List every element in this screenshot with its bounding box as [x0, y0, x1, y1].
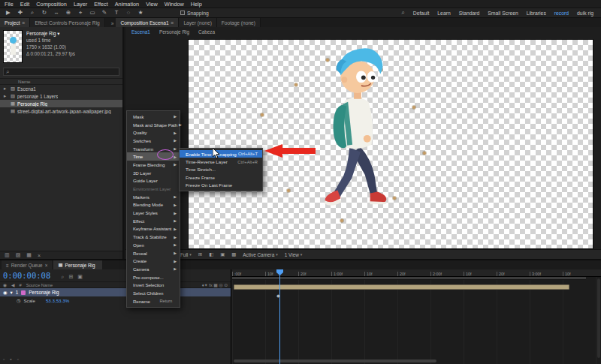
context-menu-item[interactable]: Open ▶	[127, 241, 180, 249]
menubar-item[interactable]: Composition	[36, 1, 67, 8]
property-name[interactable]: Scale	[23, 298, 35, 303]
project-column-header[interactable]: Name	[0, 78, 122, 85]
project-item-row[interactable]: ▦ Personaje Rig	[0, 100, 122, 107]
context-menu-item[interactable]: Effect ▶	[127, 217, 180, 225]
tool-icon[interactable]: ◌	[125, 9, 132, 17]
context-menu-item[interactable]: Camera ▶	[127, 265, 180, 273]
workspace-tab[interactable]: Default	[413, 11, 430, 16]
project-item-row[interactable]: ▸ ▨ personaje 1 Layers	[0, 92, 122, 100]
tool-icon[interactable]: ⌖	[77, 9, 84, 17]
project-footer-icon[interactable]: ▥	[5, 252, 10, 258]
zoom-dropdown[interactable]: Full ▾	[180, 252, 192, 257]
project-search[interactable]: ⌕	[3, 68, 119, 76]
project-footer-icon[interactable]: ▨	[16, 252, 21, 258]
time-submenu-item[interactable]: Enable Time Remapping Ctrl+Alt+T	[180, 150, 262, 158]
context-menu-item[interactable]: Pre-compose... ▶	[127, 273, 180, 281]
viewer-comp-tab[interactable]: Personaje Rig	[159, 29, 189, 35]
layer-twirl-icon[interactable]: ▾	[11, 290, 13, 296]
work-area-bar[interactable]	[232, 277, 586, 280]
tool-icon[interactable]: ✎	[101, 9, 108, 17]
snapping-toggle[interactable]: Snapping	[180, 11, 209, 16]
workspace-tab[interactable]: record	[554, 11, 569, 16]
character-illustration[interactable]	[316, 42, 397, 221]
context-menu-item[interactable]: Track & Stabilize ▶	[127, 233, 180, 241]
property-row[interactable]: ◷ Scale 53.3,53.3%	[0, 296, 231, 304]
menubar-item[interactable]: Help	[191, 1, 202, 8]
time-ruler[interactable]: :00f10f20f1:00f10f20f2:00f10f20f3:00f10f	[232, 269, 601, 277]
camera-dropdown[interactable]: Active Camera ▾	[243, 252, 277, 257]
switches-column-icons[interactable]: ♦✦ fx ▦ ◎ ⊙	[202, 283, 228, 287]
workspace-tab[interactable]: Small Screen	[488, 11, 518, 16]
project-item-row[interactable]: ▸ ▨ Escena1	[0, 85, 122, 92]
snapping-checkbox[interactable]	[180, 11, 185, 15]
chevron-icon[interactable]: »	[105, 21, 116, 27]
project-footer-icon[interactable]: ×	[38, 253, 41, 258]
keyframe-icon[interactable]: ◆	[234, 293, 280, 298]
context-menu-item[interactable]: Switches ▶	[127, 137, 180, 145]
panel-menu-icon[interactable]: ≡	[171, 20, 174, 26]
context-menu-item[interactable]: Markers ▶	[127, 193, 180, 201]
tool-icon[interactable]: ↔	[53, 9, 60, 17]
menubar-item[interactable]: Effect	[94, 1, 108, 8]
time-submenu-item[interactable]: Freeze Frame	[180, 173, 262, 181]
timeline-footer-icon[interactable]: ▫	[3, 356, 5, 362]
mask-visibility-icon[interactable]: ◧	[209, 251, 213, 257]
menubar-item[interactable]: View	[146, 1, 158, 8]
project-item-row[interactable]: ▤ street-digital-art-artwork-japan-wallp…	[0, 107, 122, 115]
twirl-icon[interactable]: ▸	[4, 93, 8, 99]
tool-icon[interactable]: ▶	[5, 9, 12, 17]
time-submenu-item[interactable]: Time-Reverse Layer Ctrl+Alt+R	[180, 158, 262, 165]
tab-footage[interactable]: Footage (none)	[217, 18, 261, 27]
context-menu-item[interactable]: Environment Layer ▶	[127, 185, 180, 193]
grid-guides-icon[interactable]: ⊞	[198, 251, 202, 257]
puppet-pin[interactable]	[287, 189, 290, 192]
playhead-line[interactable]	[279, 269, 280, 364]
source-name-column[interactable]: Source Name	[26, 283, 53, 287]
timeline-footer-icon[interactable]: ▫	[17, 356, 19, 362]
tool-icon[interactable]: ▭	[89, 9, 96, 17]
context-menu-item[interactable]: Reveal ▶	[127, 249, 180, 257]
timeline-timecode[interactable]: 0:00:00:08	[0, 269, 53, 280]
context-menu-item[interactable]: Blending Mode ▶	[127, 201, 180, 209]
horizontal-scrollbar[interactable]	[234, 359, 436, 362]
context-menu-item[interactable]: Layer Styles ▶	[127, 209, 180, 217]
time-submenu-item[interactable]: Time Stretch...	[180, 166, 262, 173]
context-menu-item[interactable]: Mask ▶	[127, 113, 180, 121]
workspace-tab[interactable]: Learn	[437, 11, 450, 16]
tab-layer[interactable]: Layer (none)	[179, 18, 216, 27]
context-menu-item[interactable]: Rename Return ▶	[127, 297, 180, 305]
layer-name[interactable]: Personaje Rig	[29, 290, 59, 295]
tab-composition[interactable]: Composition Escena1 ≡	[116, 18, 179, 27]
menubar-item[interactable]: Layer	[74, 1, 87, 8]
panel-menu-icon[interactable]: ≡	[23, 20, 26, 26]
tool-icon[interactable]: ✚	[17, 9, 24, 17]
timeline-footer-icon[interactable]: ▪	[10, 356, 11, 362]
timeline-header-icon[interactable]: ⊞	[68, 274, 73, 280]
workspace-tab[interactable]: Libraries	[527, 11, 546, 16]
vertical-scrollbar[interactable]	[597, 278, 600, 358]
context-menu-item[interactable]: 3D Layer ▶	[127, 169, 180, 177]
tool-icon[interactable]: T	[113, 9, 120, 17]
context-menu-item[interactable]: Keyframe Assistant ▶	[127, 225, 180, 233]
viewer-comp-tab[interactable]: Escena1	[131, 29, 150, 35]
timeline-header-icon[interactable]: ▣	[77, 274, 83, 280]
tab-project[interactable]: Project ≡	[0, 18, 30, 27]
project-search-input[interactable]	[11, 69, 116, 74]
view-layout-dropdown[interactable]: 1 View ▾	[285, 252, 303, 257]
menubar-item[interactable]: File	[5, 1, 14, 8]
project-footer-icon[interactable]: ▦	[26, 252, 32, 258]
layer-duration-bar[interactable]	[234, 284, 569, 290]
puppet-pin[interactable]	[294, 83, 297, 86]
context-menu-item[interactable]: Mask and Shape Path ▶	[127, 121, 180, 129]
puppet-pin[interactable]	[423, 152, 426, 155]
context-menu-item[interactable]: Invert Selection ▶	[127, 281, 180, 289]
timeline-tab[interactable]: ≡ Render Queue ×	[2, 260, 52, 269]
viewer-comp-tab[interactable]: Cabeza	[198, 29, 215, 35]
property-value[interactable]: 53.3,53.3%	[46, 298, 69, 303]
layer-row[interactable]: ◉ ▾ 1 Personaje Rig	[0, 288, 231, 296]
tool-icon[interactable]: ⊕	[65, 9, 72, 17]
workspace-tab[interactable]: duik rig	[577, 11, 593, 16]
menubar-item[interactable]: Edit	[20, 1, 30, 8]
workspace-search-icon[interactable]: ⌕	[401, 9, 404, 17]
tool-icon[interactable]: ↻	[41, 9, 48, 17]
